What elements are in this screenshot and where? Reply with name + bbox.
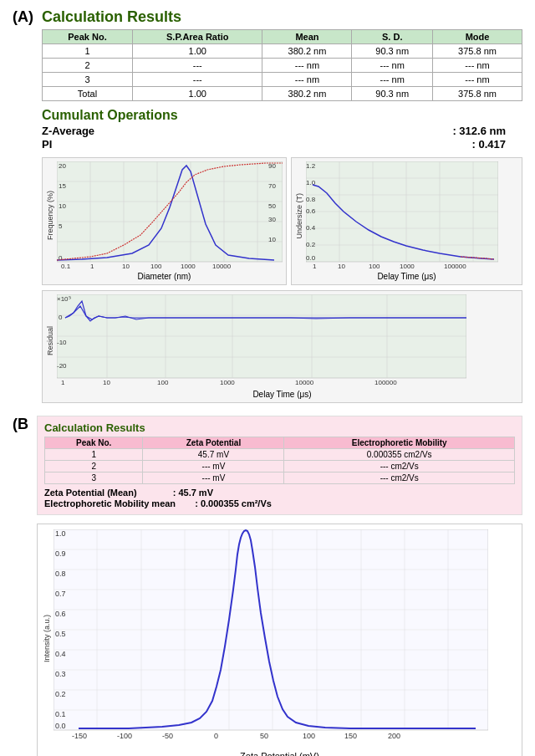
svg-text:-20: -20 <box>57 362 67 370</box>
svg-text:0.6: 0.6 <box>55 610 66 618</box>
svg-text:20: 20 <box>59 162 66 170</box>
section-b-title: Calculation Results <box>44 421 515 434</box>
b-results-table: Peak No. Zeta Potential Electrophoretic … <box>44 437 515 484</box>
chart-residual: Residual <box>42 290 522 403</box>
zaverage-row: Z-Average : 312.6 nm <box>42 125 522 137</box>
electro-label: Electrophoretic Mobility mean <box>44 498 176 508</box>
table-cell: 380.2 nm <box>262 44 352 59</box>
svg-rect-0 <box>57 161 283 262</box>
svg-text:0.1: 0.1 <box>61 263 71 270</box>
svg-text:15: 15 <box>59 182 66 190</box>
svg-text:-10: -10 <box>57 339 67 346</box>
charts-row: Frequency (%) <box>42 157 522 285</box>
svg-text:5: 5 <box>59 222 63 230</box>
svg-text:10: 10 <box>338 263 345 270</box>
zeta-mean-row: Zeta Potential (Mean) : 45.7 mV <box>44 488 515 498</box>
b-table-cell: --- cm2/Vs <box>284 461 515 472</box>
zeta-mean-label: Zeta Potential (Mean) <box>44 488 137 498</box>
section-a-title: Calculation Results <box>42 8 522 26</box>
table-cell: --- nm <box>352 73 433 87</box>
svg-text:0.1: 0.1 <box>55 710 66 718</box>
table-cell: --- <box>132 59 262 73</box>
zeta-mean-value: : 45.7 mV <box>173 488 213 498</box>
table-cell: 90.3 nm <box>352 87 433 101</box>
b-table-cell: 2 <box>45 461 143 472</box>
svg-text:0.8: 0.8 <box>306 196 316 203</box>
svg-text:-100: -100 <box>117 732 132 740</box>
b-table-cell: 3 <box>45 472 143 484</box>
table-cell: 3 <box>43 73 133 87</box>
col-mean: Mean <box>262 30 352 44</box>
table-cell: --- nm <box>432 73 522 87</box>
table-cell: --- nm <box>262 73 352 87</box>
svg-text:10: 10 <box>59 202 66 210</box>
results-table: Peak No. S.P.Area Ratio Mean S. D. Mode … <box>42 29 522 101</box>
svg-text:0.3: 0.3 <box>55 670 66 678</box>
zeta-chart: Intensity (a.u.) <box>37 524 522 756</box>
chart2-xlabel: Delay Time (μs) <box>295 272 518 281</box>
section-b: (B Calculation Results Peak No. Zeta Pot… <box>0 416 535 756</box>
svg-text:1000: 1000 <box>181 263 196 270</box>
table-cell: 375.8 nm <box>432 87 522 101</box>
svg-text:1000: 1000 <box>400 263 415 270</box>
chart1-svg: 20 15 10 5 0 90 70 50 30 10 <box>57 161 283 270</box>
svg-text:1: 1 <box>61 379 65 386</box>
col-mode: Mode <box>432 30 522 44</box>
section-a: (A) Calculation Results Peak No. S.P.Are… <box>0 0 535 407</box>
svg-text:100: 100 <box>303 732 315 740</box>
b-table-cell: --- mV <box>143 472 284 484</box>
chart2-svg: 1.2 1.0 0.8 0.6 0.4 0.2 0.0 1 10 100 <box>306 161 498 270</box>
col-peak: Peak No. <box>43 30 133 44</box>
pi-row: PI : 0.417 <box>42 138 522 151</box>
pi-value: : 0.417 <box>472 138 522 151</box>
table-cell: 2 <box>43 59 133 73</box>
cumulant-title: Cumulant Operations <box>42 108 522 123</box>
table-cell: --- nm <box>432 59 522 73</box>
table-cell: 1.00 <box>132 87 262 101</box>
chart1-ylabel: Frequency (%) <box>46 191 54 240</box>
section-b-label: (B <box>13 416 28 433</box>
table-cell: 1 <box>43 44 133 59</box>
svg-text:0.7: 0.7 <box>55 590 66 598</box>
chart1-xlabel: Diameter (nm) <box>46 272 283 281</box>
svg-text:×10⁵: ×10⁵ <box>57 295 71 303</box>
chart3-ylabel: Residual <box>46 326 54 355</box>
chart-g2: Undersize (T) <box>291 157 522 285</box>
svg-text:0.4: 0.4 <box>306 224 316 232</box>
svg-text:0.0: 0.0 <box>306 254 316 262</box>
table-cell: 380.2 nm <box>262 87 352 101</box>
section-b-header: Calculation Results Peak No. Zeta Potent… <box>37 416 522 515</box>
zaverage-label: Z-Average <box>42 125 94 137</box>
chart3-xlabel: Delay Time (μs) <box>46 390 518 399</box>
svg-text:10000: 10000 <box>295 379 314 386</box>
zeta-chart-svg: 1.0 0.9 0.8 0.7 0.6 0.5 0.4 0.3 0.2 0.1 … <box>54 529 488 747</box>
svg-text:150: 150 <box>344 732 357 740</box>
b-col-zeta: Zeta Potential <box>143 437 284 449</box>
chart2-ylabel: Undersize (T) <box>295 193 303 239</box>
b-chart-xlabel: Zeta Potential (mV) <box>43 751 517 756</box>
col-sp: S.P.Area Ratio <box>132 30 262 44</box>
b-table-cell: 0.000355 cm2/Vs <box>284 449 515 461</box>
svg-text:0.5: 0.5 <box>55 630 66 638</box>
b-summary: Zeta Potential (Mean) : 45.7 mV Electrop… <box>44 488 515 508</box>
svg-text:100000: 100000 <box>374 379 397 386</box>
table-cell: 90.3 nm <box>352 44 433 59</box>
table-cell: --- <box>132 73 262 87</box>
table-cell: 375.8 nm <box>432 44 522 59</box>
svg-text:0.8: 0.8 <box>55 570 66 578</box>
b-chart-ylabel: Intensity (a.u.) <box>43 615 51 662</box>
svg-text:100000: 100000 <box>444 263 466 270</box>
b-table-cell: 45.7 mV <box>143 449 284 461</box>
svg-text:0: 0 <box>214 732 218 740</box>
b-table-cell: --- mV <box>143 461 284 472</box>
pi-label: PI <box>42 138 52 151</box>
svg-text:100: 100 <box>369 263 380 270</box>
svg-text:1000: 1000 <box>220 379 235 386</box>
table-cell: --- nm <box>352 59 433 73</box>
svg-text:1.2: 1.2 <box>306 162 316 170</box>
zaverage-value: : 312.6 nm <box>452 125 522 137</box>
svg-text:50: 50 <box>268 202 276 210</box>
svg-text:0.2: 0.2 <box>55 690 66 698</box>
svg-text:30: 30 <box>268 216 276 223</box>
svg-text:-150: -150 <box>72 732 87 740</box>
